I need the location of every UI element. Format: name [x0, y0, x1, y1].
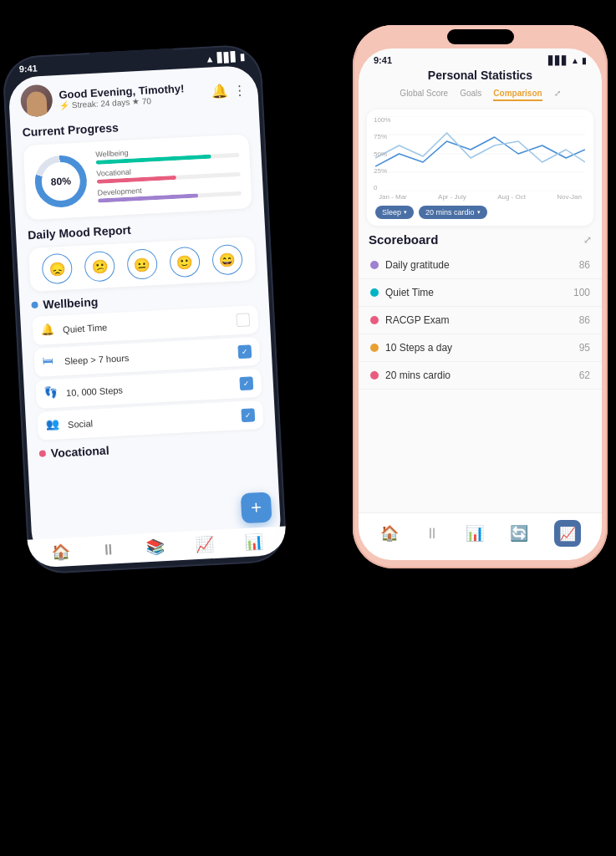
y-25: 25%: [374, 167, 390, 175]
tab-comparison[interactable]: Comparison: [493, 89, 542, 101]
status-bar-right: 9:41 ▋▋▋ ▲ ▮: [359, 48, 602, 69]
task-sleep-label: Sleep > 7 hours: [64, 348, 232, 366]
time-right: 9:41: [374, 55, 392, 65]
chart-area: 100% 75% 50% 25% 0: [367, 110, 593, 226]
y-50: 50%: [374, 150, 390, 158]
task-quiet-time-label: Quiet Time: [63, 316, 230, 334]
wifi-icon: ▲: [205, 54, 215, 64]
nav-pause[interactable]: ⏸: [100, 541, 116, 559]
right-status-icons: ▋▋▋ ▲ ▮: [548, 56, 587, 65]
nav-home[interactable]: 🏠: [51, 543, 70, 562]
score-value-racgp-exam: 86: [579, 314, 590, 326]
status-icons-left: ▲ ▋▋▋ ▮: [205, 51, 245, 64]
filter-sleep-arrow: ▾: [404, 209, 407, 216]
scoreboard-expand-icon[interactable]: ⤢: [583, 234, 592, 246]
mood-very-happy[interactable]: 😄: [211, 244, 243, 276]
social-icon: 👥: [46, 417, 62, 433]
nav-chart[interactable]: 📈: [195, 535, 214, 554]
notification-icon[interactable]: 🔔: [211, 83, 228, 99]
expand-icon[interactable]: ⤢: [554, 89, 561, 101]
score-racgp-exam[interactable]: RACGP Exam 86: [359, 307, 602, 334]
mood-section: Daily Mood Report 😞 😕 😐 🙂 😄: [28, 217, 257, 292]
score-10-steps[interactable]: 10 Steps a day 95: [359, 334, 602, 362]
nav-stats[interactable]: 📊: [244, 532, 263, 552]
tab-global-score[interactable]: Global Score: [400, 89, 448, 101]
score-20-cardio[interactable]: 20 mins cardio 62: [359, 362, 602, 390]
vocational-label: Vocational: [50, 443, 109, 460]
streak-text: Streak: 24 days: [72, 98, 130, 110]
rnav-pause[interactable]: ⏸: [425, 525, 440, 543]
avatar: [20, 84, 53, 117]
x-nov-jan: Nov-Jan: [557, 193, 582, 201]
score-quiet-time[interactable]: Quiet Time 100: [359, 279, 602, 307]
circle-progress: 80%: [33, 154, 88, 208]
phone-right: 9:41 ▋▋▋ ▲ ▮ Personal Statistics Global …: [353, 25, 608, 568]
dynamic-island: [447, 29, 514, 44]
score-dot-20-cardio: [370, 371, 379, 380]
steps-icon: 👣: [44, 385, 60, 401]
score-value-quiet-time: 100: [573, 287, 590, 298]
score-label-racgp-exam: RACGP Exam: [385, 314, 573, 326]
score-label-daily-gratitude: Daily gratitude: [385, 259, 573, 271]
mood-neutral[interactable]: 😐: [126, 248, 158, 280]
mood-faces: 😞 😕 😐 🙂 😄: [28, 237, 256, 292]
score-daily-gratitude[interactable]: Daily gratitude 86: [359, 252, 602, 279]
vocational-header: Vocational: [38, 436, 264, 461]
side-button-right-mid: [267, 173, 273, 215]
bar-wellbeing: Wellbeing: [95, 143, 240, 165]
rnav-refresh[interactable]: 🔄: [510, 524, 528, 543]
task-quiet-time-check[interactable]: [236, 313, 250, 327]
task-social-check[interactable]: ✓: [241, 408, 255, 422]
filter-cardio-arrow: ▾: [477, 209, 481, 216]
streak-icon: ⚡: [59, 100, 70, 110]
left-screen: Good Evening, Timothy! ⚡ Streak: 24 days…: [8, 65, 282, 563]
mood-happy[interactable]: 🙂: [169, 246, 201, 278]
bar-development: Development: [97, 181, 242, 203]
fab-add-button[interactable]: +: [241, 492, 272, 523]
y-75: 75%: [374, 133, 390, 140]
progress-bars: Wellbeing Vocational Development: [95, 143, 242, 208]
chart-y-labels: 100% 75% 50% 25% 0: [374, 116, 390, 191]
score-label-10-steps: 10 Steps a day: [385, 342, 573, 354]
x-apr-july: Apr - July: [438, 193, 466, 201]
signal-icon: ▋▋▋: [216, 52, 237, 64]
signal-icon-right: ▋▋▋: [548, 56, 568, 65]
header-text: Good Evening, Timothy! ⚡ Streak: 24 days…: [59, 81, 205, 110]
y-0: 0: [374, 184, 390, 191]
mood-sad[interactable]: 😞: [42, 252, 74, 284]
side-button-right-top: [265, 135, 270, 160]
y-100: 100%: [374, 116, 390, 124]
stars-text: ★ 70: [132, 96, 151, 106]
rnav-stats-active[interactable]: 📈: [554, 520, 581, 547]
task-steps-check[interactable]: ✓: [239, 376, 253, 390]
score-value-20-cardio: 62: [579, 369, 590, 381]
progress-section: 80% Wellbeing Vocational Development: [23, 134, 252, 220]
time-left: 9:41: [18, 63, 38, 74]
nav-library[interactable]: 📚: [145, 538, 165, 557]
header-icons[interactable]: 🔔 ⋮: [211, 82, 247, 99]
bar-vocational: Vocational: [96, 162, 241, 184]
right-screen: 9:41 ▋▋▋ ▲ ▮ Personal Statistics Global …: [359, 48, 602, 560]
filter-cardio[interactable]: 20 mins cardio ▾: [419, 206, 487, 219]
avatar-image: [26, 91, 48, 117]
quiet-time-icon: 🔔: [41, 323, 57, 339]
score-label-quiet-time: Quiet Time: [385, 287, 567, 298]
bottom-nav-right: 🏠 ⏸ 📊 🔄 📈: [359, 512, 602, 560]
chart-x-labels: Jan - Mar Apr - July Aug - Oct Nov-Jan: [375, 193, 585, 201]
notch: [89, 48, 174, 71]
phone-left: 9:41 ▲ ▋▋▋ ▮ Good Evening, Timothy! ⚡ St…: [2, 43, 288, 574]
rnav-library[interactable]: 📊: [466, 524, 484, 543]
notch-area: [353, 25, 608, 48]
score-value-daily-gratitude: 86: [579, 259, 590, 271]
tab-goals[interactable]: Goals: [460, 89, 481, 101]
score-dot-racgp-exam: [370, 316, 379, 324]
mood-unhappy[interactable]: 😕: [84, 251, 116, 283]
rnav-home[interactable]: 🏠: [380, 524, 399, 543]
task-social-label: Social: [68, 411, 235, 430]
more-icon[interactable]: ⋮: [232, 82, 247, 99]
battery-icon: ▮: [239, 51, 245, 62]
filter-sleep[interactable]: Sleep ▾: [375, 206, 414, 219]
wellbeing-dot: [31, 302, 38, 308]
task-sleep-check[interactable]: ✓: [237, 344, 252, 359]
score-label-20-cardio: 20 mins cardio: [385, 369, 573, 381]
